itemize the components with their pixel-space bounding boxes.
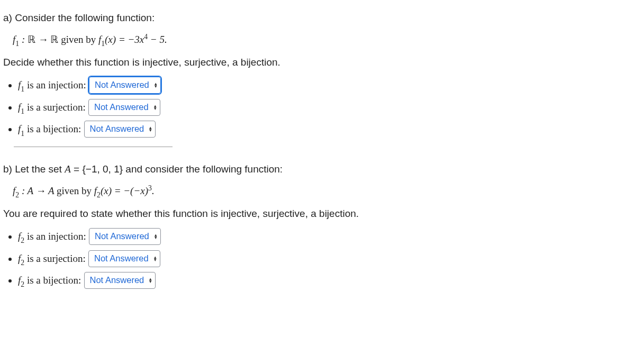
answer-select[interactable]: Not Answered▴▾	[88, 99, 160, 116]
question-label: f2 is a surjection:	[18, 253, 86, 264]
list-item: f1 is a surjection: Not Answered▴▾	[18, 99, 632, 116]
answer-select[interactable]: Not Answered▴▾	[88, 250, 160, 267]
chevron-updown-icon: ▴▾	[155, 83, 157, 88]
part-b-task: You are required to state whether this f…	[3, 206, 632, 221]
list-item: f2 is an injection: Not Answered▴▾	[18, 228, 632, 245]
part-b-list: f2 is an injection: Not Answered▴▾f2 is …	[3, 228, 632, 289]
answer-select[interactable]: Not Answered▴▾	[84, 121, 156, 138]
chevron-updown-icon: ▴▾	[154, 105, 157, 110]
chevron-updown-icon: ▴▾	[154, 256, 157, 261]
chevron-updown-icon: ▴▾	[155, 234, 157, 239]
question-label: f1 is an injection:	[18, 79, 86, 90]
answer-select-value: Not Answered	[95, 79, 149, 92]
chevron-updown-icon: ▴▾	[149, 278, 152, 283]
answer-select-value: Not Answered	[94, 252, 149, 265]
answer-select[interactable]: Not Answered▴▾	[89, 77, 161, 94]
part-b-intro: b) Let the set A = {−1, 0, 1} and consid…	[3, 162, 632, 177]
list-item: f1 is a bijection: Not Answered▴▾	[18, 121, 632, 138]
question-label: f1 is a surjection:	[18, 102, 86, 113]
list-item: f2 is a bijection: Not Answered▴▾	[18, 272, 632, 289]
divider	[14, 147, 173, 147]
part-b-definition: f2 : A → A given by f2(x) = −(−x)3.	[13, 185, 155, 196]
answer-select[interactable]: Not Answered▴▾	[84, 272, 156, 289]
answer-select-value: Not Answered	[95, 230, 149, 243]
part-a-list: f1 is an injection: Not Answered▴▾f1 is …	[3, 77, 632, 138]
answer-select-value: Not Answered	[94, 101, 149, 114]
part-a-intro: a) Consider the following function:	[3, 11, 632, 25]
question-label: f1 is a bijection:	[18, 123, 81, 134]
list-item: f1 is an injection: Not Answered▴▾	[18, 77, 632, 94]
answer-select-value: Not Answered	[90, 274, 144, 287]
answer-select-value: Not Answered	[90, 123, 144, 135]
part-a-task: Decide whether this function is injectiv…	[3, 55, 632, 70]
list-item: f2 is a surjection: Not Answered▴▾	[18, 250, 632, 268]
question-label: f2 is a bijection:	[18, 275, 81, 286]
part-a-definition: f1 : ℝ → ℝ given by f1(x) = −3x4 − 5.	[13, 34, 167, 45]
chevron-updown-icon: ▴▾	[149, 126, 152, 132]
question-label: f2 is an injection:	[18, 231, 86, 242]
answer-select[interactable]: Not Answered▴▾	[89, 228, 161, 245]
